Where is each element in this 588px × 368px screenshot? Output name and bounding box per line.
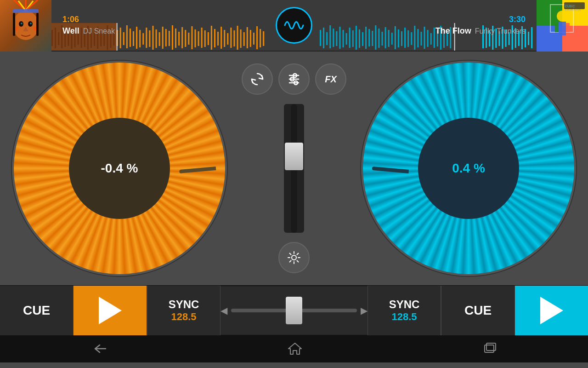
svg-rect-103 [372, 31, 373, 46]
svg-rect-119 [424, 27, 425, 49]
svg-line-172 [297, 253, 299, 255]
svg-rect-96 [349, 28, 351, 48]
svg-rect-87 [320, 30, 321, 46]
left-pitch-value: -0.4 % [101, 161, 138, 176]
svg-rect-92 [336, 31, 337, 46]
svg-rect-113 [404, 28, 406, 48]
right-play-button[interactable] [514, 286, 588, 335]
svg-rect-66 [51, 30, 53, 46]
left-sync-button[interactable]: SYNC 128.5 [147, 286, 220, 335]
left-needle [179, 167, 216, 173]
right-pitch-display: 0.4 % [418, 118, 519, 219]
svg-rect-152 [559, 22, 566, 35]
top-bar: 1:06 Well DJ Sneak [0, 0, 588, 52]
left-turntable-disc[interactable]: -0.4 % [14, 63, 225, 274]
svg-rect-105 [378, 29, 379, 48]
svg-point-2 [13, 11, 39, 40]
tempo-crossfader-area: ◀ ▶ [220, 305, 368, 316]
svg-rect-116 [414, 26, 415, 50]
svg-rect-15 [13, 13, 15, 36]
svg-text:CUBIC: CUBIC [565, 5, 575, 8]
svg-line-170 [297, 261, 299, 262]
svg-rect-90 [329, 25, 331, 48]
left-pitch-display: -0.4 % [69, 118, 170, 219]
left-cue-button[interactable]: CUE [0, 286, 74, 335]
right-sync-label: SYNC [389, 298, 420, 311]
sync-button[interactable] [242, 63, 273, 95]
tempo-left-arrow[interactable]: ◀ [220, 305, 227, 316]
svg-rect-110 [395, 26, 396, 49]
right-album-art[interactable]: CUBIC EXPANSION [537, 0, 588, 52]
settings-button[interactable] [278, 242, 310, 273]
svg-rect-108 [388, 30, 390, 47]
recents-button[interactable] [482, 340, 498, 357]
svg-rect-114 [407, 30, 409, 47]
right-track-info: 3:30 The Flow Funky Trunkers [320, 0, 537, 51]
svg-rect-101 [365, 27, 367, 49]
bottom-transport-bar: CUE SYNC 128.5 ◀ ▶ SYNC 128.5 CUE [0, 285, 588, 335]
svg-rect-111 [398, 29, 399, 47]
svg-rect-143 [531, 27, 532, 48]
svg-rect-8 [13, 9, 39, 13]
svg-rect-106 [382, 32, 383, 46]
svg-rect-95 [346, 33, 347, 45]
right-bpm: 128.5 [391, 311, 417, 323]
tempo-slider-thumb[interactable] [286, 297, 302, 324]
pitch-fader-thumb[interactable] [285, 143, 303, 170]
svg-rect-16 [36, 13, 39, 36]
svg-rect-154 [566, 23, 570, 32]
svg-rect-65 [263, 31, 264, 46]
pitch-fader[interactable] [284, 104, 304, 233]
tempo-right-arrow[interactable]: ▶ [361, 305, 368, 316]
svg-point-151 [557, 11, 568, 22]
svg-rect-67 [55, 28, 56, 48]
right-track-title: The Flow [435, 26, 471, 36]
fx-label: FX [325, 74, 337, 85]
left-track-info: 1:06 Well DJ Sneak [51, 0, 268, 51]
right-cue-button[interactable]: CUE [441, 286, 514, 335]
right-turntable[interactable]: 0.4 % [358, 58, 579, 279]
left-track-title: Well [62, 26, 79, 36]
back-button[interactable] [90, 342, 108, 356]
right-play-icon [540, 297, 563, 324]
home-button[interactable] [287, 340, 303, 357]
svg-rect-88 [323, 28, 324, 48]
fx-button[interactable]: FX [315, 63, 346, 95]
left-album-art[interactable] [0, 0, 51, 52]
svg-point-164 [292, 255, 296, 260]
svg-rect-117 [417, 29, 418, 47]
svg-rect-99 [359, 29, 360, 48]
left-time: 1:06 [62, 15, 257, 24]
left-play-icon [99, 297, 122, 324]
android-nav-bar [0, 335, 588, 362]
left-turntable[interactable]: -0.4 % [9, 58, 230, 279]
svg-rect-94 [343, 30, 344, 47]
right-turntable-disc[interactable]: 0.4 % [363, 63, 574, 274]
top-control-buttons: FX [242, 63, 346, 95]
left-sync-label: SYNC [169, 298, 199, 311]
svg-line-169 [290, 253, 291, 255]
svg-text:EXPANSION: EXPANSION [565, 9, 581, 12]
svg-rect-91 [333, 29, 334, 47]
pitch-fader-track [291, 104, 297, 233]
svg-point-12 [30, 23, 32, 24]
svg-rect-97 [352, 30, 354, 47]
svg-rect-115 [411, 32, 412, 45]
svg-rect-98 [356, 26, 357, 50]
tempo-slider[interactable] [231, 309, 357, 312]
app-logo [276, 7, 312, 44]
svg-rect-120 [427, 30, 429, 47]
right-needle [372, 167, 409, 173]
center-controls: FX [257, 63, 331, 273]
right-time: 3:30 [509, 15, 526, 24]
eq-button[interactable] [278, 63, 310, 95]
center-logo-area [268, 0, 320, 51]
svg-rect-107 [385, 27, 386, 48]
svg-line-171 [290, 261, 291, 262]
svg-rect-102 [368, 29, 370, 46]
left-play-button[interactable] [74, 286, 147, 335]
svg-point-11 [21, 23, 23, 24]
svg-rect-109 [391, 33, 393, 45]
svg-rect-118 [420, 32, 422, 46]
right-sync-button[interactable]: SYNC 128.5 [368, 286, 441, 335]
